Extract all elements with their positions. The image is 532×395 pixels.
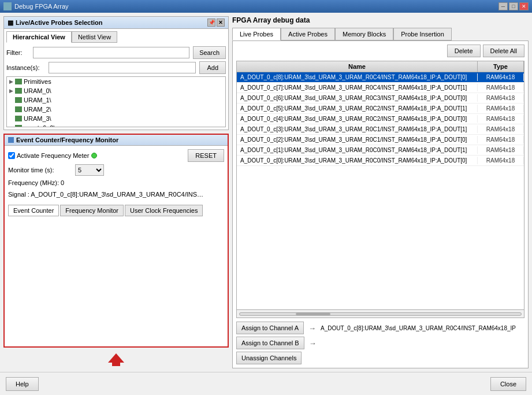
- monitor-time-select[interactable]: 5 10 20: [75, 164, 104, 176]
- signal-display: Signal : A_DOUT_0_c[8]:URAM_3\sd_URAM_3_…: [8, 190, 204, 199]
- frequency-display: Frequency (MHz): 0: [8, 178, 224, 187]
- view-tabs: Hierarchical View Netlist View: [6, 31, 226, 43]
- delete-button[interactable]: Delete: [447, 45, 481, 57]
- right-panel: FPGA Array debug data Live Probes Active…: [232, 16, 529, 368]
- instance-input[interactable]: [49, 62, 196, 73]
- table-row[interactable]: A_DOUT_0_c[3]:URAM_3\sd_URAM_3_URAM_R0C1…: [237, 124, 524, 135]
- probes-panel-title: Live/Active Probes Selection: [16, 19, 102, 26]
- up-arrow-head: [108, 353, 124, 363]
- table-cell-type: RAM64x18: [478, 125, 524, 133]
- tree-item[interactable]: URAM_3\: [7, 114, 225, 123]
- assign-channel-a-button[interactable]: Assign to Channel A: [236, 322, 304, 334]
- bottom-bar: Help Close: [0, 372, 532, 395]
- freq-value: 0: [61, 179, 64, 186]
- tab-probe-insertion[interactable]: Probe Insertion: [393, 28, 452, 40]
- filter-label: Filter:: [6, 49, 29, 56]
- tree-item[interactable]: ▶ Primitives: [7, 77, 225, 86]
- minimize-button[interactable]: ─: [498, 2, 508, 10]
- tree-item-label: URAM_3\: [24, 115, 51, 122]
- table-row[interactable]: A_DOUT_0_c[5]:URAM_3\sd_URAM_3_URAM_R0C2…: [237, 104, 524, 114]
- event-panel-icon: [8, 137, 14, 143]
- assign-channel-b-button[interactable]: Assign to Channel B: [236, 337, 304, 349]
- window-title: Debug FPGA Array: [14, 3, 69, 10]
- tree-item-label: count_6_0\: [24, 124, 55, 127]
- table-cell-name: A_DOUT_0_c[6]:URAM_3\sd_URAM_3_URAM_R0C3…: [237, 94, 478, 102]
- tab-hierarchical-view[interactable]: Hierarchical View: [6, 31, 72, 43]
- table-row[interactable]: A_DOUT_0_c[8]:URAM_3\sd_URAM_3_URAM_R0C4…: [237, 72, 524, 83]
- assign-a-arrow: →: [308, 324, 316, 333]
- table-row[interactable]: A_DOUT_0_c[0]:URAM_3\sd_URAM_3_URAM_R0C0…: [237, 156, 524, 166]
- main-tabs: Live Probes Active Probes Memory Blocks …: [232, 28, 529, 40]
- table-cell-type: RAM64x18: [478, 105, 524, 112]
- up-arrow-body: [112, 363, 120, 366]
- table-scrollbar[interactable]: [237, 309, 524, 318]
- left-panel: ▦ Live/Active Probes Selection 📌 ✕ Hiera…: [3, 16, 229, 368]
- tab-live-probes[interactable]: Live Probes: [232, 28, 281, 40]
- unassign-row: Unassign Channels: [236, 352, 524, 364]
- table-cell-type: RAM64x18: [478, 146, 524, 154]
- table-cell-type: RAM64x18: [478, 84, 524, 91]
- assign-area: Assign to Channel A → A_DOUT_0_c[8]:URAM…: [236, 318, 524, 364]
- close-button[interactable]: Close: [490, 377, 526, 391]
- tab-user-clock-frequencies[interactable]: User Clock Frequencies: [125, 205, 203, 216]
- tree-item[interactable]: URAM_1\: [7, 95, 225, 105]
- title-bar: Debug FPGA Array ─ □ ✕: [0, 0, 532, 13]
- help-button[interactable]: Help: [6, 377, 39, 391]
- tree-item[interactable]: count_6_0\: [7, 123, 225, 127]
- scroll-track[interactable]: [239, 312, 522, 316]
- activate-frequency-meter[interactable]: Activate Frequency Meter: [8, 152, 89, 159]
- filter-input[interactable]: [33, 47, 189, 58]
- table-body[interactable]: A_DOUT_0_c[8]:URAM_3\sd_URAM_3_URAM_R0C4…: [237, 72, 524, 309]
- maximize-button[interactable]: □: [509, 2, 518, 10]
- table-cell-name: A_DOUT_0_c[3]:URAM_3\sd_URAM_3_URAM_R0C1…: [237, 125, 478, 133]
- activate-label: Activate Frequency Meter: [17, 152, 89, 159]
- tree-item-label: URAM_1\: [24, 97, 51, 104]
- probes-panel-icon: ▦: [8, 19, 13, 27]
- table-cell-type: RAM64x18: [478, 115, 524, 123]
- probes-panel-pin[interactable]: 📌: [207, 19, 215, 27]
- tree-node-icon: [15, 97, 22, 103]
- tab-active-probes[interactable]: Active Probes: [281, 28, 335, 40]
- table-cell-name: A_DOUT_0_c[8]:URAM_3\sd_URAM_3_URAM_R0C4…: [237, 73, 478, 81]
- tree-node-icon: [15, 116, 22, 121]
- unassign-channels-button[interactable]: Unassign Channels: [236, 352, 302, 364]
- tree-item[interactable]: ▶ URAM_0\: [7, 86, 225, 95]
- table-row[interactable]: A_DOUT_0_c[1]:URAM_3\sd_URAM_3_URAM_R0C0…: [237, 145, 524, 156]
- table-cell-name: A_DOUT_0_c[1]:URAM_3\sd_URAM_3_URAM_R0C0…: [237, 146, 478, 154]
- table-cell-name: A_DOUT_0_c[4]:URAM_3\sd_URAM_3_URAM_R0C2…: [237, 115, 478, 123]
- assign-channel-b-row: Assign to Channel B →: [236, 337, 524, 349]
- delete-all-button[interactable]: Delete All: [483, 45, 524, 57]
- search-button[interactable]: Search: [193, 46, 226, 59]
- tab-event-counter[interactable]: Event Counter: [8, 205, 59, 216]
- add-button[interactable]: Add: [199, 61, 226, 74]
- reset-button[interactable]: RESET: [188, 149, 224, 162]
- assign-channel-a-value: A_DOUT_0_c[8]:URAM_3\sd_URAM_3_URAM_R0C4…: [321, 325, 516, 331]
- close-window-button[interactable]: ✕: [519, 2, 529, 10]
- tree-item[interactable]: URAM_2\: [7, 105, 225, 114]
- activate-checkbox[interactable]: [8, 152, 15, 159]
- tab-memory-blocks[interactable]: Memory Blocks: [335, 28, 393, 40]
- assign-b-arrow: →: [309, 339, 317, 348]
- tree-expand-icon: [9, 125, 15, 127]
- table-row[interactable]: A_DOUT_0_c[2]:URAM_3\sd_URAM_3_URAM_R0C1…: [237, 135, 524, 145]
- tree-item-label: URAM_0\: [24, 87, 51, 94]
- probes-panel-close[interactable]: ✕: [217, 19, 225, 27]
- signal-label: Signal :: [8, 191, 29, 198]
- tree-item-label: URAM_2\: [24, 106, 51, 113]
- monitor-time-label: Monitor time (s):: [8, 167, 72, 173]
- tab-frequency-monitor[interactable]: Frequency Monitor: [60, 205, 124, 216]
- assign-channel-a-row: Assign to Channel A → A_DOUT_0_c[8]:URAM…: [236, 322, 524, 334]
- table-cell-name: A_DOUT_0_c[2]:URAM_3\sd_URAM_3_URAM_R0C1…: [237, 136, 478, 143]
- tree-container[interactable]: ▶ Primitives ▶ URAM_0\ URAM_1\: [6, 76, 226, 127]
- scroll-thumb[interactable]: [296, 313, 330, 315]
- app-icon: [3, 2, 12, 10]
- tree-expand-icon: ▶: [9, 79, 15, 84]
- table-cell-type: RAM64x18: [478, 157, 524, 164]
- table-cell-type: RAM64x18: [478, 94, 524, 102]
- table-row[interactable]: A_DOUT_0_c[7]:URAM_3\sd_URAM_3_URAM_R0C4…: [237, 83, 524, 93]
- column-header-type: Type: [478, 61, 524, 72]
- table-row[interactable]: A_DOUT_0_c[6]:URAM_3\sd_URAM_3_URAM_R0C3…: [237, 93, 524, 104]
- table-row[interactable]: A_DOUT_0_c[4]:URAM_3\sd_URAM_3_URAM_R0C2…: [237, 114, 524, 124]
- probes-selection-panel: ▦ Live/Active Probes Selection 📌 ✕ Hiera…: [3, 16, 229, 130]
- tab-netlist-view[interactable]: Netlist View: [72, 31, 117, 43]
